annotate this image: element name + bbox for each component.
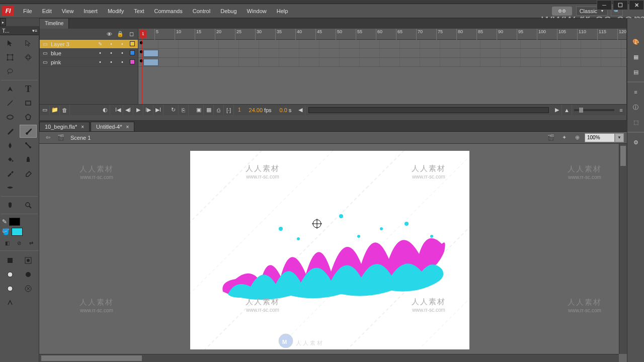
menu-file[interactable]: File	[18, 4, 37, 18]
layer-row[interactable]: ▭ Layer 3 ✎••	[40, 40, 138, 49]
timeline-menu-button[interactable]: ≡	[616, 105, 626, 115]
text-tool[interactable]: T	[20, 82, 37, 96]
goto-last-button[interactable]: ▶I	[153, 105, 164, 115]
free-transform-tool[interactable]	[2, 51, 19, 64]
fill-color-swatch[interactable]	[12, 228, 23, 236]
close-icon[interactable]: ×	[126, 124, 129, 130]
menu-text[interactable]: Text	[129, 4, 149, 18]
brush-smoothing-option[interactable]	[20, 282, 37, 295]
width-tool[interactable]	[2, 181, 19, 194]
scroll-left-button[interactable]: ◀	[295, 105, 305, 115]
object-drawing-option[interactable]	[20, 254, 37, 267]
black-white-swap[interactable]: ◧	[2, 238, 13, 247]
eraser-tool[interactable]	[20, 167, 37, 180]
play-button[interactable]: ▶	[133, 105, 143, 115]
menu-commands[interactable]: Commands	[149, 4, 187, 18]
oval-tool[interactable]	[2, 111, 19, 124]
new-layer-button[interactable]: ▭	[40, 105, 50, 115]
paint-bucket-tool[interactable]	[2, 153, 19, 166]
stage-center-button[interactable]: ⊕	[572, 133, 583, 143]
menu-control[interactable]: Control	[188, 4, 215, 18]
align-panel-icon[interactable]: ▤	[629, 65, 642, 78]
doc-tab[interactable]: Untitled-4*×	[91, 122, 134, 131]
vertical-scrollbar[interactable]	[619, 144, 627, 354]
step-forward-button[interactable]: I▶	[143, 105, 153, 115]
info-panel-icon[interactable]: ≡	[629, 85, 642, 99]
subselection-tool[interactable]	[20, 37, 37, 50]
delete-layer-button[interactable]: 🗑	[60, 105, 70, 115]
pressure-option[interactable]	[2, 296, 19, 309]
brush-tool[interactable]	[20, 125, 37, 138]
loop-button[interactable]: ↻	[169, 105, 179, 115]
timeline-tab[interactable]: Timeline	[40, 19, 69, 29]
menu-insert[interactable]: Insert	[78, 4, 103, 18]
visibility-header-icon[interactable]: 👁	[106, 31, 113, 37]
lock-fill-option[interactable]	[2, 282, 19, 295]
layer-row[interactable]: ▭ blue •••	[40, 49, 138, 58]
stage[interactable]: M 人人素材 人人素材www.rr-sc.com 人人素材www.rr-sc.c…	[39, 144, 627, 362]
zoom-slider-icon[interactable]: ▲	[562, 105, 572, 115]
scene-name[interactable]: Scene 1	[68, 135, 545, 141]
eyedropper-tool[interactable]	[2, 167, 19, 180]
playhead[interactable]: 1	[139, 30, 146, 38]
transform-panel-icon[interactable]: ⓘ	[629, 101, 642, 114]
marker-range-button[interactable]: [·]	[224, 105, 234, 115]
frame-lane[interactable]	[138, 58, 626, 67]
layer-row[interactable]: ▭ pink •••	[40, 58, 138, 67]
library-panel-icon[interactable]: ⬚	[629, 116, 642, 129]
brush-mode-option[interactable]	[2, 254, 19, 267]
new-folder-button[interactable]: 📁	[50, 105, 60, 115]
brush-shape-option[interactable]	[20, 268, 37, 281]
menu-view[interactable]: View	[57, 4, 79, 18]
pencil-tool[interactable]	[2, 125, 19, 138]
rectangle-tool[interactable]	[20, 97, 37, 110]
outline-header-icon[interactable]: ◻	[128, 31, 135, 37]
deco-tool[interactable]	[2, 139, 19, 152]
scroll-right-button[interactable]: ▶	[552, 105, 562, 115]
onion-skin-button[interactable]: ◐	[100, 105, 110, 115]
edit-multiple-button[interactable]: ▦	[204, 105, 214, 115]
modify-markers-button[interactable]: ⎙	[214, 105, 224, 115]
menu-modify[interactable]: Modify	[103, 4, 129, 18]
fps-field[interactable]: 24.00	[249, 107, 263, 113]
tools-tab[interactable]: T... ▾≡	[0, 26, 39, 35]
swap-colors-button[interactable]: ⇄	[26, 238, 37, 247]
timeline-scrollbar[interactable]	[308, 107, 549, 113]
hand-tool[interactable]	[2, 199, 19, 212]
maximize-button[interactable]: ☐	[613, 0, 628, 10]
properties-panel-icon[interactable]: ⚙	[629, 136, 642, 149]
zoom-tool[interactable]	[20, 199, 37, 212]
back-button[interactable]: ⇦	[42, 133, 53, 143]
menu-help[interactable]: Help	[272, 4, 293, 18]
frame-ruler[interactable]: 1 51015202530354045505560657075808590951…	[138, 29, 626, 40]
frame-lane[interactable]	[138, 40, 626, 49]
horizontal-scrollbar[interactable]	[39, 354, 619, 362]
menu-debug[interactable]: Debug	[215, 4, 242, 18]
canvas[interactable]: M 人人素材 人人素材www.rr-sc.com 人人素材www.rr-sc.c…	[190, 151, 469, 349]
polystar-tool[interactable]	[20, 111, 37, 124]
swatches-panel-icon[interactable]: ▦	[629, 50, 642, 63]
current-frame-field[interactable]: 1	[234, 107, 245, 113]
center-frame-button[interactable]: ▣	[194, 105, 204, 115]
edit-symbol-button[interactable]: ✦	[558, 133, 570, 143]
no-color-button[interactable]: ⊘	[14, 238, 25, 247]
menu-window[interactable]: Window	[242, 4, 272, 18]
edit-scene-button[interactable]: 🎬	[545, 133, 556, 143]
frames-area[interactable]: 1 51015202530354045505560657075808590951…	[138, 29, 626, 104]
goto-first-button[interactable]: I◀	[113, 105, 123, 115]
color-panel-icon[interactable]: 🎨	[629, 35, 642, 48]
ink-bottle-tool[interactable]	[20, 153, 37, 166]
line-tool[interactable]	[2, 97, 19, 110]
onion-outlines-button[interactable]: ⎘	[179, 105, 189, 115]
step-back-button[interactable]: ◀I	[123, 105, 133, 115]
lasso-tool[interactable]	[2, 65, 19, 78]
3d-rotation-tool[interactable]	[20, 51, 37, 64]
bone-tool[interactable]	[20, 139, 37, 152]
panel-menu-icon[interactable]: ▾≡	[32, 28, 37, 33]
pen-tool[interactable]	[2, 82, 19, 96]
close-button[interactable]: ✕	[629, 0, 644, 10]
close-icon[interactable]: ×	[81, 124, 84, 130]
brush-size-option[interactable]	[2, 268, 19, 281]
stroke-color-swatch[interactable]	[9, 218, 20, 226]
zoom-dropdown[interactable]: ▼	[615, 133, 624, 142]
